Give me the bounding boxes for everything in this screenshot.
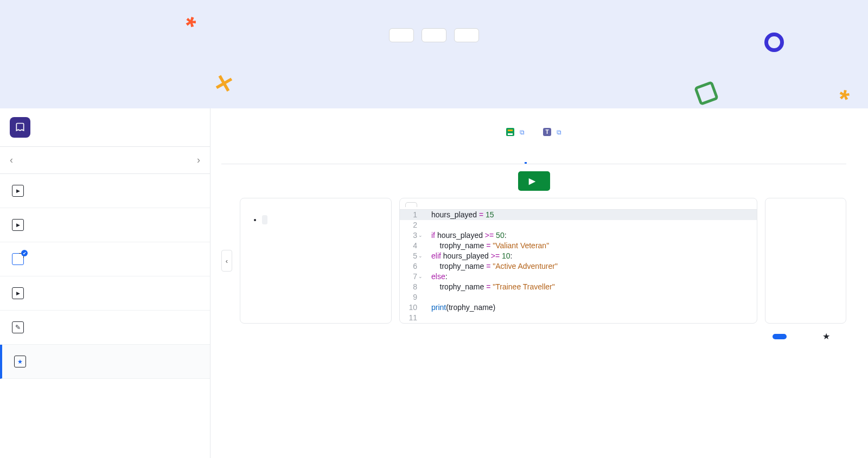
step-panel: [240, 198, 392, 324]
decoration-asterisk2-icon: *: [837, 83, 852, 108]
microsoft-teams-icon: [543, 128, 551, 136]
decoration-square-icon: [694, 81, 719, 106]
file-tab[interactable]: [405, 202, 417, 207]
collapse-step-panel-button[interactable]: ‹: [221, 250, 232, 272]
google-classroom-link[interactable]: ⧉: [506, 128, 525, 136]
run-button[interactable]: ▶: [518, 171, 550, 191]
play-icon: ▶: [529, 176, 535, 186]
external-link-icon: ⧉: [520, 128, 525, 136]
breadcrumb[interactable]: [15, 156, 195, 163]
video-icon: [12, 287, 24, 299]
role-button-row: [0, 28, 868, 42]
code-editor[interactable]: 1hours_played = 15 2 3⌄if hours_played >…: [400, 209, 757, 323]
decoration-circle-icon: [764, 33, 784, 52]
google-classroom-icon: [506, 128, 514, 136]
exercise-icon: [12, 321, 24, 333]
course-book-icon: [10, 117, 30, 138]
teacher-button[interactable]: [422, 28, 446, 42]
parent-button[interactable]: [454, 28, 479, 42]
sidebar-item-design-patterns[interactable]: [0, 242, 210, 276]
course-header[interactable]: [0, 108, 210, 147]
article-completed-icon: [12, 253, 24, 265]
output-panel: [765, 198, 846, 324]
sidebar-item-functions[interactable]: [0, 208, 210, 242]
course-sidebar: ‹ ›: [0, 108, 210, 458]
step-footer: ★: [221, 324, 846, 349]
workspace-tabs: [221, 152, 846, 164]
sidebar-item-games-modularity[interactable]: [0, 174, 210, 208]
microsoft-teams-link[interactable]: ⧉: [543, 128, 561, 136]
sidebar-item-challenge-trophy[interactable]: [0, 345, 210, 379]
hero-banner: * ✕ *: [0, 0, 868, 108]
main-content: ⧉ ⧉ ▶ ‹: [210, 108, 868, 458]
step-1-chip[interactable]: [773, 334, 787, 339]
step-bullet: [262, 214, 381, 225]
learner-button[interactable]: [389, 28, 414, 42]
sidebar-item-interpret-definitions[interactable]: [0, 311, 210, 345]
code-editor-panel: 1hours_played = 15 2 3⌄if hours_played >…: [399, 198, 757, 324]
external-link-icon: ⧉: [557, 128, 561, 136]
tab-program[interactable]: [525, 152, 527, 164]
decoration-x-icon: ✕: [211, 68, 236, 99]
sidebar-item-tracing-calls[interactable]: [0, 276, 210, 311]
step-instructions: [250, 214, 381, 225]
tab-spinoffs[interactable]: [541, 152, 543, 164]
step-3-button[interactable]: [808, 335, 815, 338]
step-2-button[interactable]: [794, 335, 801, 338]
bullet-code: [262, 215, 267, 224]
next-lesson-button[interactable]: ›: [195, 152, 202, 168]
prev-lesson-button[interactable]: ‹: [8, 152, 15, 168]
video-icon: [12, 219, 24, 231]
final-step-star-icon[interactable]: ★: [822, 331, 830, 341]
video-icon: [12, 185, 24, 197]
challenge-icon: [14, 356, 26, 367]
